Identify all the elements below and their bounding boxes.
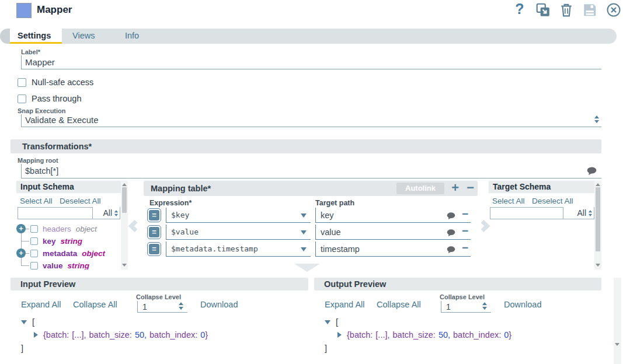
expression-input[interactable] [166, 225, 311, 239]
delete-mapping-row-button[interactable]: − [462, 242, 468, 254]
scroll-up-icon[interactable] [596, 183, 600, 186]
mapping-root-input[interactable] [22, 164, 582, 178]
open-on-canvas-icon[interactable] [535, 2, 551, 18]
expression-input[interactable] [166, 242, 311, 256]
snap-icon [16, 3, 32, 18]
expression-dropdown-icon[interactable] [301, 247, 307, 251]
output-collapse-all[interactable]: Collapse All [377, 300, 421, 309]
expression-toggle-button[interactable]: = [147, 208, 161, 222]
expression-column-header: Expression* [149, 199, 192, 207]
target-schema-select-all[interactable]: Select All [492, 197, 525, 205]
delete-icon[interactable] [559, 2, 574, 18]
add-row-button[interactable]: + [451, 181, 459, 195]
scrollbar-thumb[interactable] [122, 187, 127, 213]
target-schema-filter-scope[interactable]: All [563, 207, 594, 219]
expand-node-icon[interactable]: + [16, 249, 26, 258]
comment-bubble-icon[interactable] [447, 246, 455, 256]
comment-bubble-icon[interactable] [447, 212, 455, 222]
json-token: [...], [72, 330, 86, 340]
input-collapse-level-spinner[interactable] [179, 302, 183, 310]
tab-info[interactable]: Info [110, 29, 155, 44]
json-collapse-icon[interactable] [325, 320, 330, 324]
input-schema-scrollbar[interactable] [121, 181, 128, 270]
target-schema-filter-input[interactable] [490, 207, 563, 219]
tree-checkbox-value[interactable] [30, 262, 38, 270]
autolink-button[interactable]: Autolink [396, 183, 444, 194]
close-icon[interactable] [606, 2, 621, 18]
mapping-row: = − [144, 242, 478, 257]
scroll-down-icon[interactable] [615, 343, 619, 346]
tab-views[interactable]: Views [62, 29, 110, 44]
tree-checkbox-headers[interactable] [30, 225, 38, 233]
pass-through-checkbox[interactable] [18, 94, 26, 103]
scroll-down-icon[interactable] [596, 264, 600, 267]
mapping-table-title: Mapping table* [151, 181, 211, 196]
label-field-input[interactable] [21, 55, 601, 69]
collapse-left-panel-chevron[interactable] [128, 220, 141, 232]
output-preview-panel: Output Preview Expand All Collapse All C… [314, 278, 601, 364]
dialog-scrollbar[interactable] [614, 278, 621, 364]
null-safe-access-checkbox[interactable] [18, 78, 26, 87]
json-expand-icon[interactable] [337, 332, 342, 338]
expression-field [166, 208, 311, 223]
input-schema-scope-spinner[interactable] [114, 210, 118, 216]
transformations-section-header: Transformations* [11, 139, 601, 153]
target-path-field: − [315, 242, 471, 257]
input-schema-deselect-all[interactable]: Deselect All [60, 197, 101, 205]
mapper-snap-dialog: Mapper ? Settings Views [0, 0, 623, 364]
output-collapse-level-spinner[interactable] [482, 302, 487, 310]
help-icon[interactable]: ? [514, 1, 525, 18]
input-schema-select-all[interactable]: Select All [20, 197, 53, 205]
null-safe-access-label: Null-safe access [32, 78, 93, 87]
target-schema-deselect-all[interactable]: Deselect All [532, 197, 573, 205]
scrollbar-thumb[interactable] [596, 187, 600, 251]
snap-execution-select[interactable]: Validate & Execute [21, 114, 601, 127]
input-schema-filter-scope[interactable]: All [93, 207, 120, 219]
delete-mapping-row-button[interactable]: − [462, 208, 468, 220]
input-schema-filter-input[interactable] [18, 207, 93, 219]
tree-checkbox-metadata[interactable] [30, 250, 38, 257]
snap-execution-spinner[interactable] [594, 116, 599, 123]
output-collapse-level-label: Collapse Level [440, 293, 485, 300]
expression-toggle-button[interactable]: = [147, 242, 161, 256]
output-expand-all[interactable]: Expand All [325, 300, 365, 309]
tree-checkbox-key[interactable] [30, 237, 38, 245]
expression-toggle-button[interactable]: = [147, 225, 161, 239]
json-token: [...], [375, 330, 389, 340]
tab-settings[interactable]: Settings [10, 29, 62, 44]
mapping-row: = − [144, 208, 478, 223]
json-token: } [509, 330, 511, 340]
scroll-up-icon[interactable] [122, 183, 127, 186]
expression-dropdown-icon[interactable] [301, 214, 307, 218]
input-expand-all[interactable]: Expand All [21, 300, 61, 309]
json-token: 0 [504, 330, 509, 340]
remove-row-button[interactable]: − [467, 181, 474, 195]
target-schema-scrollbar[interactable] [594, 181, 601, 270]
expression-dropdown-icon[interactable] [301, 230, 307, 235]
mapping-root-field [21, 164, 601, 178]
json-token: 50, [438, 330, 450, 340]
expand-node-icon[interactable]: + [16, 224, 26, 233]
comment-bubble-icon[interactable] [447, 229, 455, 239]
target-path-field: − [315, 208, 471, 223]
target-schema-scope-spinner[interactable] [589, 210, 592, 216]
json-token: batch_size: [89, 330, 132, 340]
expression-input[interactable] [166, 208, 311, 222]
scroll-down-icon[interactable] [122, 264, 127, 267]
json-collapse-icon[interactable] [21, 320, 27, 324]
mapping-row: = − [144, 225, 478, 240]
collapse-right-panel-chevron[interactable] [478, 220, 490, 232]
json-root-open: [ [336, 317, 338, 327]
output-preview-title: Output Preview [314, 278, 601, 290]
pass-through-row: Pass through [18, 94, 81, 103]
delete-mapping-row-button[interactable]: − [462, 225, 468, 237]
input-download[interactable]: Download [200, 300, 238, 309]
json-token: batch_index: [453, 330, 501, 340]
json-expand-icon[interactable] [34, 332, 38, 338]
output-download[interactable]: Download [504, 300, 542, 309]
snap-execution-value: Validate & Execute [25, 115, 99, 125]
input-collapse-all[interactable]: Collapse All [73, 300, 117, 309]
comment-bubble-icon[interactable] [587, 167, 597, 178]
save-icon[interactable] [582, 2, 597, 18]
expand-table-handle[interactable] [294, 264, 320, 272]
